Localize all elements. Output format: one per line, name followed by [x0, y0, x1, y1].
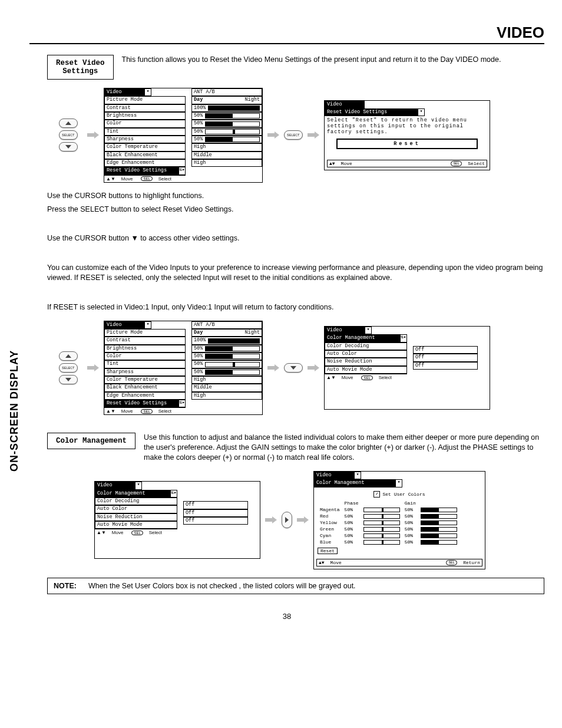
select-button[interactable]: SELECT — [284, 130, 303, 140]
menu-value[interactable]: 50% — [191, 368, 262, 376]
cursor-right-button[interactable] — [282, 512, 292, 528]
menu-item[interactable]: Brightness — [104, 345, 186, 353]
menu-item[interactable]: Picture Mode — [104, 329, 186, 337]
phase-slider[interactable] — [363, 508, 400, 512]
select-button[interactable]: SELECT — [59, 130, 78, 140]
menu-item[interactable]: Color Temperature — [104, 143, 186, 151]
phase-slider[interactable] — [363, 527, 400, 532]
menu-value[interactable]: 50% — [191, 345, 262, 353]
menu-item[interactable]: Auto Movie Mode — [325, 366, 407, 374]
menu-value[interactable]: High — [191, 392, 262, 400]
gain-slider[interactable] — [421, 514, 457, 519]
cursor-down-button[interactable] — [59, 142, 78, 151]
color-mgmt-detail: Video▾ Color Management▾ ✓Set User Color… — [313, 471, 485, 569]
note-label: NOTE: — [54, 582, 77, 590]
menu-value[interactable]: 50% — [191, 360, 262, 368]
reset-colors-button[interactable]: Reset — [318, 548, 338, 554]
menu-item[interactable]: Black Enhancement — [104, 151, 186, 159]
menu-item[interactable]: Color Management — [95, 490, 170, 498]
gain-slider[interactable] — [421, 508, 457, 512]
menu-value[interactable]: 50% — [191, 120, 262, 127]
menu-item[interactable]: Picture Mode — [104, 96, 186, 104]
gain-slider[interactable] — [421, 533, 457, 538]
cursor-up-button[interactable] — [59, 351, 78, 361]
color-name: Yellow — [318, 519, 342, 526]
menu-item[interactable]: Noise Reduction — [95, 513, 177, 521]
menu-item[interactable]: Reset Video Settings — [104, 167, 178, 174]
select-pill-icon: SEL — [141, 409, 152, 414]
menu-value[interactable]: Off — [183, 509, 248, 517]
color-name: Magenta — [318, 506, 342, 513]
menu-item[interactable]: Color Temperature — [104, 376, 186, 384]
chevron-down-icon: ▾ — [365, 327, 372, 334]
menu-value[interactable]: 50% — [191, 136, 262, 143]
phase-slider[interactable] — [363, 540, 400, 545]
color-name: Blue — [318, 539, 342, 545]
arrow-right-icon — [308, 131, 319, 139]
menu-item[interactable]: Edge Enhancement — [104, 159, 186, 167]
instruction-text: Use the CURSOR button ▼ to access other … — [47, 233, 544, 243]
menu-item[interactable]: Tint — [104, 360, 186, 368]
hint-move: Move — [341, 161, 352, 166]
menu-item[interactable]: Brightness — [104, 112, 186, 120]
menu-value[interactable]: High — [191, 143, 262, 151]
menu-item[interactable]: Color Decoding — [325, 342, 407, 350]
nav-arrows-icon: ⇅▸ — [178, 167, 186, 174]
menu-value[interactable]: High — [191, 159, 262, 167]
menu-value[interactable]: DayNight — [191, 96, 262, 104]
menu-item[interactable]: Reset Video Settings — [104, 400, 178, 407]
gain-slider[interactable] — [421, 527, 457, 532]
menu-item[interactable]: Black Enhancement — [104, 384, 186, 391]
gain-slider[interactable] — [421, 521, 457, 525]
menu-item[interactable]: Tint — [104, 128, 186, 136]
reset-button[interactable]: Reset — [336, 139, 478, 149]
menu-value[interactable]: 50% — [191, 112, 262, 120]
menu-item[interactable]: Contrast — [104, 104, 186, 112]
menu-item[interactable]: Color — [104, 120, 186, 127]
source-label: ANT A/B — [191, 321, 262, 329]
figure-color-mgmt-nav: SELECT Video▾Picture ModeContrastBrightn… — [59, 321, 544, 416]
menu-item[interactable]: Color Decoding — [95, 498, 177, 505]
menu-value[interactable]: 50% — [191, 353, 262, 360]
arrow-right-icon — [87, 364, 99, 371]
select-button[interactable]: SELECT — [59, 363, 78, 373]
menu-value[interactable]: 100% — [191, 337, 262, 344]
menu-item[interactable]: Auto Movie Mode — [95, 521, 177, 529]
menu-item[interactable]: Auto Color — [325, 350, 407, 358]
phase-slider[interactable] — [363, 533, 400, 538]
menu-value[interactable]: Off — [413, 362, 478, 370]
menu-value[interactable]: Middle — [191, 384, 262, 391]
menu-item[interactable]: Color Management — [325, 334, 400, 342]
menu-value[interactable]: Off — [183, 517, 248, 525]
cursor-up-button[interactable] — [59, 118, 78, 128]
menu-value[interactable]: Off — [413, 354, 478, 361]
svg-marker-6 — [65, 378, 71, 381]
instruction-text: You can customize each of the Video Inpu… — [47, 263, 544, 283]
menu-value[interactable]: Middle — [191, 151, 262, 159]
menu-value[interactable]: Off — [183, 501, 248, 509]
set-user-colors-checkbox[interactable]: ✓ — [373, 491, 380, 498]
menu-item[interactable]: Sharpness — [104, 368, 186, 376]
menu-item[interactable]: Color — [104, 353, 186, 360]
cursor-down-button[interactable] — [59, 375, 78, 384]
phase-slider[interactable] — [363, 514, 400, 519]
menu-item[interactable]: Sharpness — [104, 136, 186, 143]
gain-slider[interactable] — [421, 540, 457, 545]
menu-value[interactable]: 100% — [191, 104, 262, 112]
menu-item[interactable]: Auto Color — [95, 505, 177, 513]
cursor-down-button[interactable] — [284, 363, 303, 373]
reset-video-settings-title: Reset Video Settings — [47, 55, 114, 80]
menu-item[interactable]: Edge Enhancement — [104, 392, 186, 400]
phase-slider[interactable] — [363, 521, 400, 525]
gain-value: 50% — [402, 513, 418, 519]
menu-value[interactable]: Off — [413, 346, 478, 354]
menu-item[interactable]: Noise Reduction — [325, 358, 407, 365]
chevron-down-icon: ▾ — [144, 88, 151, 96]
select-pill-icon: SEL — [361, 375, 372, 380]
menu-item[interactable]: Contrast — [104, 337, 186, 344]
menu-value[interactable]: 50% — [191, 128, 262, 136]
menu-value[interactable]: DayNight — [191, 329, 262, 337]
phase-value: 50% — [342, 539, 361, 545]
color-name: Red — [318, 513, 342, 519]
menu-value[interactable]: High — [191, 376, 262, 384]
